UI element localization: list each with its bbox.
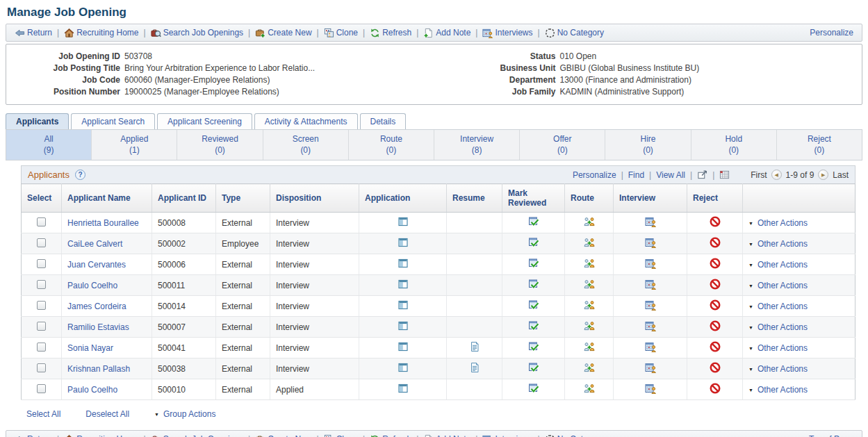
reject-icon[interactable] bbox=[710, 362, 721, 373]
phase-tab-reviewed[interactable]: Reviewed(0) bbox=[177, 130, 263, 160]
no-category-button[interactable]: No Category bbox=[545, 28, 604, 38]
interview-icon[interactable] bbox=[645, 216, 656, 227]
other-actions-dropdown[interactable]: ▼Other Actions bbox=[748, 302, 808, 311]
column-header-type[interactable]: Type bbox=[216, 184, 270, 213]
application-icon[interactable] bbox=[398, 341, 409, 352]
phase-tab-hire[interactable]: Hire(0) bbox=[605, 130, 691, 160]
row-select-checkbox[interactable] bbox=[37, 259, 46, 268]
tab-applicant-search[interactable]: Applicant Search bbox=[71, 113, 155, 129]
column-header-disposition[interactable]: Disposition bbox=[270, 184, 359, 213]
reject-icon[interactable] bbox=[710, 258, 721, 269]
deselect-all-link[interactable]: Deselect All bbox=[85, 409, 129, 419]
column-header-application[interactable]: Application bbox=[359, 184, 447, 213]
column-header-resume[interactable]: Resume bbox=[447, 184, 502, 213]
other-actions-dropdown[interactable]: ▼Other Actions bbox=[748, 364, 808, 374]
create-new-button[interactable]: Create New bbox=[255, 28, 311, 38]
row-select-checkbox[interactable] bbox=[37, 384, 46, 393]
row-select-checkbox[interactable] bbox=[37, 301, 46, 310]
return-button[interactable]: Return bbox=[15, 28, 52, 38]
mark-reviewed-icon[interactable] bbox=[528, 279, 539, 290]
applicant-name-link[interactable]: Juan Cervantes bbox=[67, 260, 126, 270]
route-icon[interactable] bbox=[584, 279, 595, 290]
reject-icon[interactable] bbox=[710, 279, 721, 290]
column-header-reject[interactable]: Reject bbox=[687, 184, 743, 213]
refresh-button[interactable]: Refresh bbox=[370, 28, 411, 38]
application-icon[interactable] bbox=[398, 279, 409, 290]
phase-tab-route[interactable]: Route(0) bbox=[349, 130, 434, 160]
grid-personalize-link[interactable]: Personalize bbox=[573, 170, 616, 180]
personalize-link[interactable]: Personalize bbox=[810, 28, 853, 38]
tab-details[interactable]: Details bbox=[360, 113, 407, 129]
other-actions-dropdown[interactable]: ▼Other Actions bbox=[748, 281, 808, 290]
pagination-prev-button[interactable]: ◀ bbox=[771, 170, 782, 180]
interviews-button[interactable]: Interviews bbox=[482, 28, 532, 38]
interview-icon[interactable] bbox=[645, 258, 656, 269]
download-grid-icon[interactable] bbox=[719, 170, 730, 180]
applicant-name-link[interactable]: CaiLee Calvert bbox=[67, 239, 122, 249]
reject-icon[interactable] bbox=[710, 383, 721, 394]
refresh-button[interactable]: Refresh bbox=[370, 434, 411, 437]
other-actions-dropdown[interactable]: ▼Other Actions bbox=[748, 385, 808, 395]
grid-view-all-link[interactable]: View All bbox=[656, 170, 685, 180]
route-icon[interactable] bbox=[584, 216, 595, 227]
column-header-applicant-name[interactable]: Applicant Name bbox=[62, 184, 152, 213]
return-button[interactable]: Return bbox=[15, 434, 52, 437]
mark-reviewed-icon[interactable] bbox=[528, 237, 539, 248]
applicant-name-link[interactable]: James Cordeira bbox=[67, 302, 126, 311]
other-actions-dropdown[interactable]: ▼Other Actions bbox=[748, 322, 808, 332]
row-select-checkbox[interactable] bbox=[37, 238, 46, 247]
add-note-button[interactable]: Add Note bbox=[423, 434, 470, 437]
application-icon[interactable] bbox=[398, 237, 409, 248]
phase-tab-offer[interactable]: Offer(0) bbox=[520, 130, 605, 160]
application-icon[interactable] bbox=[398, 362, 409, 373]
application-icon[interactable] bbox=[398, 320, 409, 331]
phase-tab-all[interactable]: All(9) bbox=[6, 130, 92, 160]
interview-icon[interactable] bbox=[645, 320, 656, 331]
mark-reviewed-icon[interactable] bbox=[528, 362, 539, 373]
applicant-name-link[interactable]: Paulo Coelho bbox=[67, 385, 117, 395]
row-select-checkbox[interactable] bbox=[37, 217, 46, 226]
applicant-name-link[interactable]: Sonia Nayar bbox=[67, 343, 113, 353]
phase-tab-applied[interactable]: Applied(1) bbox=[92, 130, 177, 160]
route-icon[interactable] bbox=[584, 383, 595, 394]
interview-icon[interactable] bbox=[645, 299, 656, 311]
applicant-name-link[interactable]: Paulo Coelho bbox=[67, 281, 117, 290]
reject-icon[interactable] bbox=[710, 341, 721, 352]
column-header-route[interactable]: Route bbox=[565, 184, 614, 213]
other-actions-dropdown[interactable]: ▼Other Actions bbox=[748, 343, 808, 353]
search-job-openings-button[interactable]: Search Job Openings bbox=[151, 28, 243, 38]
applicant-name-link[interactable]: Krishnan Pallash bbox=[67, 364, 130, 374]
interview-icon[interactable] bbox=[645, 237, 656, 248]
recruiting-home-button[interactable]: Recruiting Home bbox=[64, 434, 138, 437]
row-select-checkbox[interactable] bbox=[37, 343, 46, 352]
recruiting-home-button[interactable]: Recruiting Home bbox=[64, 28, 138, 38]
column-header-mark-reviewed[interactable]: Mark Reviewed bbox=[502, 184, 565, 213]
applicant-name-link[interactable]: Henrietta Bourallee bbox=[67, 218, 139, 228]
create-new-button[interactable]: Create New bbox=[255, 434, 311, 437]
clone-button[interactable]: Clone bbox=[324, 434, 358, 437]
interviews-button[interactable]: Interviews bbox=[482, 434, 532, 437]
select-all-link[interactable]: Select All bbox=[26, 409, 60, 419]
interview-icon[interactable] bbox=[645, 341, 656, 352]
route-icon[interactable] bbox=[584, 258, 595, 269]
applicant-name-link[interactable]: Ramilio Estavias bbox=[67, 322, 129, 332]
resume-icon[interactable] bbox=[469, 362, 480, 373]
search-job-openings-button[interactable]: Search Job Openings bbox=[151, 434, 243, 437]
column-header-applicant-id[interactable]: Applicant ID bbox=[152, 184, 216, 213]
column-header-select[interactable]: Select bbox=[22, 184, 62, 213]
reject-icon[interactable] bbox=[710, 320, 721, 331]
route-icon[interactable] bbox=[584, 341, 595, 352]
application-icon[interactable] bbox=[398, 216, 409, 227]
phase-tab-screen[interactable]: Screen(0) bbox=[263, 130, 349, 160]
mark-reviewed-icon[interactable] bbox=[528, 383, 539, 394]
group-actions-dropdown[interactable]: ▼Group Actions bbox=[154, 409, 215, 419]
mark-reviewed-icon[interactable] bbox=[528, 258, 539, 269]
mark-reviewed-icon[interactable] bbox=[528, 216, 539, 227]
clone-button[interactable]: Clone bbox=[324, 28, 358, 38]
mark-reviewed-icon[interactable] bbox=[528, 341, 539, 352]
grid-find-link[interactable]: Find bbox=[628, 170, 644, 180]
tab-applicant-screening[interactable]: Applicant Screening bbox=[157, 113, 252, 129]
column-header-interview[interactable]: Interview bbox=[614, 184, 687, 213]
phase-tab-hold[interactable]: Hold(0) bbox=[691, 130, 777, 160]
phase-tab-interview[interactable]: Interview(8) bbox=[434, 130, 520, 160]
